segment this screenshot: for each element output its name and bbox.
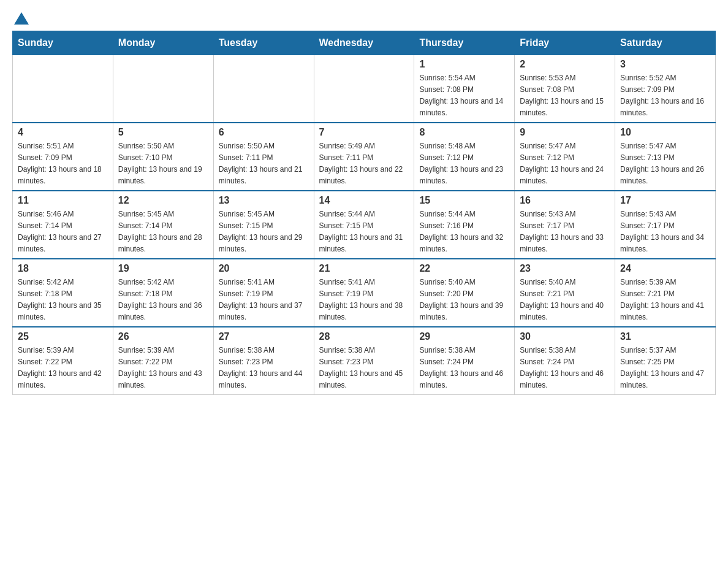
logo-triangle-icon (14, 12, 29, 25)
day-info: Sunrise: 5:41 AMSunset: 7:19 PMDaylight:… (219, 278, 303, 321)
calendar-cell: 17 Sunrise: 5:43 AMSunset: 7:17 PMDaylig… (615, 191, 716, 259)
day-number: 3 (620, 59, 710, 70)
calendar-cell: 1 Sunrise: 5:54 AMSunset: 7:08 PMDayligh… (414, 55, 515, 123)
day-number: 6 (219, 127, 309, 138)
calendar-table: SundayMondayTuesdayWednesdayThursdayFrid… (12, 31, 716, 395)
day-number: 4 (18, 127, 108, 138)
weekday-header-monday: Monday (113, 31, 213, 55)
calendar-cell: 13 Sunrise: 5:45 AMSunset: 7:15 PMDaylig… (213, 191, 314, 259)
calendar-cell: 22 Sunrise: 5:40 AMSunset: 7:20 PMDaylig… (414, 259, 515, 327)
day-number: 8 (419, 127, 509, 138)
day-info: Sunrise: 5:42 AMSunset: 7:18 PMDaylight:… (118, 278, 202, 321)
day-number: 28 (319, 331, 409, 342)
calendar-cell (314, 55, 414, 123)
calendar-cell: 15 Sunrise: 5:44 AMSunset: 7:16 PMDaylig… (414, 191, 515, 259)
calendar-cell: 7 Sunrise: 5:49 AMSunset: 7:11 PMDayligh… (314, 123, 414, 191)
calendar-cell (13, 55, 113, 123)
day-info: Sunrise: 5:46 AMSunset: 7:14 PMDaylight:… (18, 210, 102, 253)
day-info: Sunrise: 5:42 AMSunset: 7:18 PMDaylight:… (18, 278, 102, 321)
calendar-cell: 12 Sunrise: 5:45 AMSunset: 7:14 PMDaylig… (113, 191, 213, 259)
calendar-cell: 4 Sunrise: 5:51 AMSunset: 7:09 PMDayligh… (13, 123, 113, 191)
day-info: Sunrise: 5:43 AMSunset: 7:17 PMDaylight:… (520, 210, 604, 253)
day-number: 19 (118, 263, 208, 274)
day-number: 29 (419, 331, 509, 342)
calendar-cell: 2 Sunrise: 5:53 AMSunset: 7:08 PMDayligh… (515, 55, 615, 123)
day-number: 23 (520, 263, 610, 274)
weekday-header-thursday: Thursday (414, 31, 515, 55)
day-info: Sunrise: 5:45 AMSunset: 7:14 PMDaylight:… (118, 210, 202, 253)
day-number: 26 (118, 331, 208, 342)
day-number: 30 (520, 331, 610, 342)
calendar-cell (113, 55, 213, 123)
day-number: 22 (419, 263, 509, 274)
day-number: 17 (620, 195, 710, 206)
day-number: 9 (520, 127, 610, 138)
day-number: 2 (520, 59, 610, 70)
day-info: Sunrise: 5:38 AMSunset: 7:23 PMDaylight:… (219, 346, 303, 389)
day-info: Sunrise: 5:38 AMSunset: 7:23 PMDaylight:… (319, 346, 403, 389)
calendar-cell: 14 Sunrise: 5:44 AMSunset: 7:15 PMDaylig… (314, 191, 414, 259)
calendar-cell: 10 Sunrise: 5:47 AMSunset: 7:13 PMDaylig… (615, 123, 716, 191)
day-number: 31 (620, 331, 710, 342)
day-info: Sunrise: 5:43 AMSunset: 7:17 PMDaylight:… (620, 210, 704, 253)
day-info: Sunrise: 5:45 AMSunset: 7:15 PMDaylight:… (219, 210, 303, 253)
calendar-cell: 21 Sunrise: 5:41 AMSunset: 7:19 PMDaylig… (314, 259, 414, 327)
page-header (12, 12, 716, 25)
day-info: Sunrise: 5:47 AMSunset: 7:13 PMDaylight:… (620, 142, 704, 185)
day-info: Sunrise: 5:39 AMSunset: 7:21 PMDaylight:… (620, 278, 704, 321)
day-info: Sunrise: 5:50 AMSunset: 7:10 PMDaylight:… (118, 142, 202, 185)
day-number: 27 (219, 331, 309, 342)
calendar-cell (213, 55, 314, 123)
calendar-cell: 16 Sunrise: 5:43 AMSunset: 7:17 PMDaylig… (515, 191, 615, 259)
day-info: Sunrise: 5:40 AMSunset: 7:21 PMDaylight:… (520, 278, 604, 321)
day-info: Sunrise: 5:53 AMSunset: 7:08 PMDaylight:… (520, 74, 604, 117)
day-info: Sunrise: 5:44 AMSunset: 7:16 PMDaylight:… (419, 210, 503, 253)
day-info: Sunrise: 5:39 AMSunset: 7:22 PMDaylight:… (18, 346, 102, 389)
calendar-week-row: 1 Sunrise: 5:54 AMSunset: 7:08 PMDayligh… (13, 55, 716, 123)
calendar-header-row: SundayMondayTuesdayWednesdayThursdayFrid… (13, 31, 716, 55)
calendar-cell: 28 Sunrise: 5:38 AMSunset: 7:23 PMDaylig… (314, 327, 414, 395)
day-info: Sunrise: 5:51 AMSunset: 7:09 PMDaylight:… (18, 142, 102, 185)
calendar-cell: 19 Sunrise: 5:42 AMSunset: 7:18 PMDaylig… (113, 259, 213, 327)
calendar-cell: 25 Sunrise: 5:39 AMSunset: 7:22 PMDaylig… (13, 327, 113, 395)
day-info: Sunrise: 5:52 AMSunset: 7:09 PMDaylight:… (620, 74, 704, 117)
calendar-cell: 8 Sunrise: 5:48 AMSunset: 7:12 PMDayligh… (414, 123, 515, 191)
calendar-cell: 29 Sunrise: 5:38 AMSunset: 7:24 PMDaylig… (414, 327, 515, 395)
calendar-cell: 9 Sunrise: 5:47 AMSunset: 7:12 PMDayligh… (515, 123, 615, 191)
day-info: Sunrise: 5:49 AMSunset: 7:11 PMDaylight:… (319, 142, 403, 185)
day-info: Sunrise: 5:38 AMSunset: 7:24 PMDaylight:… (520, 346, 604, 389)
calendar-cell: 5 Sunrise: 5:50 AMSunset: 7:10 PMDayligh… (113, 123, 213, 191)
day-info: Sunrise: 5:54 AMSunset: 7:08 PMDaylight:… (419, 74, 503, 117)
day-info: Sunrise: 5:44 AMSunset: 7:15 PMDaylight:… (319, 210, 403, 253)
day-number: 15 (419, 195, 509, 206)
day-info: Sunrise: 5:38 AMSunset: 7:24 PMDaylight:… (419, 346, 503, 389)
day-number: 16 (520, 195, 610, 206)
day-number: 25 (18, 331, 108, 342)
calendar-cell: 26 Sunrise: 5:39 AMSunset: 7:22 PMDaylig… (113, 327, 213, 395)
day-info: Sunrise: 5:48 AMSunset: 7:12 PMDaylight:… (419, 142, 503, 185)
calendar-week-row: 18 Sunrise: 5:42 AMSunset: 7:18 PMDaylig… (13, 259, 716, 327)
weekday-header-saturday: Saturday (615, 31, 716, 55)
day-info: Sunrise: 5:47 AMSunset: 7:12 PMDaylight:… (520, 142, 604, 185)
weekday-header-friday: Friday (515, 31, 615, 55)
day-number: 18 (18, 263, 108, 274)
calendar-cell: 24 Sunrise: 5:39 AMSunset: 7:21 PMDaylig… (615, 259, 716, 327)
day-number: 14 (319, 195, 409, 206)
day-info: Sunrise: 5:40 AMSunset: 7:20 PMDaylight:… (419, 278, 503, 321)
weekday-header-wednesday: Wednesday (314, 31, 414, 55)
calendar-cell: 6 Sunrise: 5:50 AMSunset: 7:11 PMDayligh… (213, 123, 314, 191)
day-number: 7 (319, 127, 409, 138)
calendar-cell: 27 Sunrise: 5:38 AMSunset: 7:23 PMDaylig… (213, 327, 314, 395)
day-info: Sunrise: 5:39 AMSunset: 7:22 PMDaylight:… (118, 346, 202, 389)
calendar-cell: 23 Sunrise: 5:40 AMSunset: 7:21 PMDaylig… (515, 259, 615, 327)
weekday-header-sunday: Sunday (13, 31, 113, 55)
day-number: 24 (620, 263, 710, 274)
calendar-cell: 11 Sunrise: 5:46 AMSunset: 7:14 PMDaylig… (13, 191, 113, 259)
day-number: 20 (219, 263, 309, 274)
calendar-cell: 18 Sunrise: 5:42 AMSunset: 7:18 PMDaylig… (13, 259, 113, 327)
day-number: 13 (219, 195, 309, 206)
calendar-week-row: 11 Sunrise: 5:46 AMSunset: 7:14 PMDaylig… (13, 191, 716, 259)
day-number: 21 (319, 263, 409, 274)
day-number: 11 (18, 195, 108, 206)
calendar-cell: 30 Sunrise: 5:38 AMSunset: 7:24 PMDaylig… (515, 327, 615, 395)
